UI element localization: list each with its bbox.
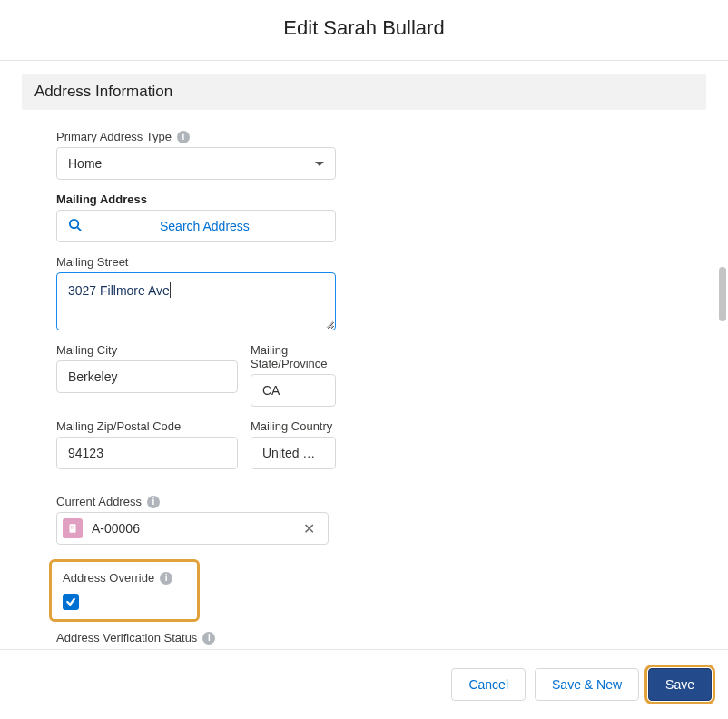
select-value: Home: [68, 156, 102, 171]
lookup-current-address[interactable]: A-00006 ✕: [56, 512, 329, 545]
label-address-override: Address Override i: [63, 571, 186, 585]
svg-rect-4: [74, 526, 74, 527]
lookup-value: A-00006: [92, 521, 140, 536]
label-mailing-state: Mailing State/Province: [251, 343, 336, 370]
clear-lookup-icon[interactable]: ✕: [300, 520, 319, 537]
field-mailing-street: Mailing Street 3027 Fillmore Ave: [56, 255, 706, 330]
input-mailing-country[interactable]: United …: [251, 437, 336, 469]
select-primary-address-type[interactable]: Home: [56, 147, 336, 180]
label-verification-status: Address Verification Status: [56, 631, 197, 645]
info-icon[interactable]: i: [160, 572, 172, 585]
info-icon[interactable]: i: [202, 632, 215, 645]
label-mailing-address: Mailing Address: [56, 192, 706, 206]
address-record-icon: [63, 518, 83, 538]
info-icon[interactable]: i: [147, 496, 160, 508]
svg-rect-2: [70, 524, 76, 532]
edit-record-modal: Edit Sarah Bullard Address Information P…: [0, 0, 728, 719]
info-icon[interactable]: i: [177, 131, 190, 143]
label-mailing-country: Mailing Country: [251, 419, 336, 433]
checkbox-address-override[interactable]: [63, 594, 79, 610]
row-zip-country: Mailing Zip/Postal Code 94123 Mailing Co…: [56, 419, 706, 469]
scrollbar-thumb[interactable]: [719, 267, 726, 321]
label-current-address: Current Address i: [56, 495, 706, 508]
field-mailing-city: Mailing City Berkeley: [56, 343, 238, 407]
field-mailing-state: Mailing State/Province CA: [251, 343, 336, 407]
text-cursor: [170, 282, 171, 298]
save-and-new-button[interactable]: Save & New: [535, 668, 639, 701]
field-verification-status: Address Verification Status i: [56, 631, 706, 645]
search-address-label: Search Address: [160, 219, 250, 233]
svg-rect-6: [74, 527, 74, 528]
row-city-state: Mailing City Berkeley Mailing State/Prov…: [56, 343, 706, 407]
field-address-override: Address Override i: [49, 559, 200, 622]
resize-handle-icon[interactable]: [324, 319, 333, 328]
search-icon: [68, 218, 82, 234]
modal-footer: Cancel Save & New Save: [0, 649, 728, 719]
svg-rect-3: [71, 526, 72, 527]
field-primary-address-type: Primary Address Type i Home: [56, 130, 706, 180]
svg-point-0: [70, 220, 78, 228]
textarea-mailing-street[interactable]: 3027 Fillmore Ave: [56, 272, 336, 330]
label-mailing-city: Mailing City: [56, 343, 238, 357]
chevron-down-icon: [315, 162, 324, 166]
field-mailing-zip: Mailing Zip/Postal Code 94123: [56, 419, 238, 469]
save-button[interactable]: Save: [648, 668, 712, 701]
svg-line-1: [77, 227, 81, 231]
field-mailing-address: Mailing Address Search Address: [56, 192, 706, 242]
cancel-button[interactable]: Cancel: [451, 668, 526, 701]
textarea-value: 3027 Fillmore Ave: [68, 283, 170, 298]
modal-title: Edit Sarah Bullard: [0, 16, 728, 40]
search-address-button[interactable]: Search Address: [56, 210, 336, 242]
input-mailing-state[interactable]: CA: [251, 374, 336, 407]
label-mailing-street: Mailing Street: [56, 255, 706, 269]
label-mailing-zip: Mailing Zip/Postal Code: [56, 419, 238, 433]
label-primary-address-type: Primary Address Type i: [56, 130, 706, 143]
section-address-information: Address Information: [22, 74, 706, 110]
input-mailing-zip[interactable]: 94123: [56, 437, 238, 469]
address-form: Primary Address Type i Home Mailing Addr…: [22, 110, 706, 645]
modal-header: Edit Sarah Bullard: [0, 0, 728, 61]
input-mailing-city[interactable]: Berkeley: [56, 360, 238, 393]
field-current-address: Current Address i A-00006 ✕: [56, 495, 706, 545]
modal-body: Address Information Primary Address Type…: [0, 61, 728, 649]
svg-rect-5: [71, 527, 72, 528]
field-mailing-country: Mailing Country United …: [251, 419, 336, 469]
